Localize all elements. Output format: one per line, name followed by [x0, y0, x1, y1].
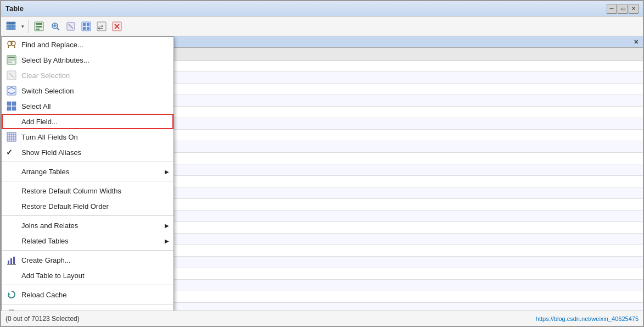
- svg-line-28: [14, 46, 15, 48]
- menu-item-find-replace[interactable]: Find and Replace...: [2, 37, 173, 52]
- switch-selection-menu-icon: [6, 85, 17, 96]
- menu-label-switch-selection: Switch Selection: [21, 87, 74, 95]
- svg-marker-51: [8, 292, 10, 295]
- menu-item-select-by-attributes[interactable]: Select By Attributes...: [2, 52, 173, 68]
- svg-rect-37: [12, 102, 16, 106]
- menu-label-add-table-layout: Add Table to Layout: [21, 271, 85, 280]
- select-all-button[interactable]: [79, 19, 94, 34]
- content-area: Find and Replace... Select By Attributes…: [1, 36, 643, 311]
- dropdown-menu: Find and Replace... Select By Attributes…: [1, 36, 174, 311]
- menu-separator-3: [2, 215, 173, 216]
- minimize-button[interactable]: ─: [607, 4, 617, 14]
- title-bar: Table ─ ▭ ✕: [1, 1, 643, 16]
- table-close-button[interactable]: ×: [632, 37, 641, 46]
- select-by-attributes-icon: [34, 21, 44, 31]
- turn-fields-icon: [6, 131, 17, 142]
- table-options-group: ▾: [3, 19, 26, 34]
- menu-label-select-by-attributes: Select By Attributes...: [21, 56, 89, 64]
- switch-selection-button[interactable]: ⇄: [94, 19, 109, 34]
- svg-rect-47: [8, 261, 9, 264]
- clear-selected-icon: [66, 21, 76, 31]
- svg-rect-39: [12, 107, 16, 110]
- menu-separator-2: [2, 181, 173, 181]
- submenu-arrow-related: ▶: [165, 238, 169, 244]
- svg-line-10: [57, 28, 59, 30]
- print-icon: [6, 308, 17, 311]
- menu-item-related-tables[interactable]: Related Tables ▶: [2, 233, 173, 248]
- menu-item-clear-selection[interactable]: Clear Selection: [2, 68, 173, 83]
- menu-label-joins-relates: Joins and Relates: [21, 221, 78, 230]
- svg-rect-1: [7, 25, 15, 27]
- delete-selected-button[interactable]: [109, 19, 125, 34]
- menu-item-turn-all-fields[interactable]: Turn All Fields On: [2, 129, 173, 145]
- svg-rect-0: [7, 22, 15, 24]
- switch-selection-icon: ⇄: [97, 21, 107, 31]
- check-icon: ✓: [6, 148, 13, 157]
- binoculars-icon: [6, 39, 17, 50]
- menu-separator-1: [2, 162, 173, 162]
- menu-item-select-all[interactable]: Select All: [2, 98, 173, 114]
- main-window: Table ─ ▭ ✕ ▾: [0, 0, 644, 327]
- table-options-button[interactable]: [3, 19, 19, 34]
- menu-item-joins-relates[interactable]: Joins and Relates ▶: [2, 218, 173, 233]
- menu-label-select-all: Select All: [21, 102, 51, 110]
- menu-separator-4: [2, 250, 173, 251]
- menu-item-reload-cache[interactable]: Reload Cache: [2, 287, 173, 302]
- svg-line-27: [8, 46, 9, 48]
- svg-point-26: [11, 41, 15, 46]
- menu-label-restore-col-widths: Restore Default Column Widths: [21, 187, 121, 195]
- menu-label-add-field: Add Field...: [21, 118, 58, 126]
- menu-label-find-replace: Find and Replace...: [21, 41, 83, 49]
- clear-selection-icon: [6, 70, 17, 81]
- zoom-selected-button[interactable]: [48, 19, 63, 34]
- reload-icon: [6, 289, 17, 300]
- close-button[interactable]: ✕: [629, 4, 639, 14]
- menu-item-create-graph[interactable]: Create Graph...: [2, 252, 173, 268]
- zoom-selected-icon: [51, 21, 60, 31]
- menu-item-restore-field-order[interactable]: Restore Default Field Order: [2, 198, 173, 214]
- menu-label-reload-cache: Reload Cache: [21, 291, 66, 299]
- menu-separator-5: [2, 285, 173, 285]
- menu-item-add-field[interactable]: Add Field...: [2, 114, 173, 129]
- watermark-text: https://blog.csdn.net/weixin_40625475: [536, 315, 639, 322]
- svg-rect-30: [8, 57, 15, 58]
- svg-rect-6: [36, 23, 42, 25]
- menu-item-restore-col-widths[interactable]: Restore Default Column Widths: [2, 183, 173, 198]
- svg-rect-48: [10, 258, 12, 264]
- chart-icon: [6, 254, 17, 265]
- svg-rect-32: [8, 62, 12, 63]
- submenu-arrow-arrange: ▶: [165, 169, 169, 175]
- select-all-menu-icon: [6, 101, 17, 112]
- menu-label-turn-all-fields: Turn All Fields On: [21, 133, 78, 141]
- svg-rect-16: [83, 23, 86, 26]
- svg-text:⇄: ⇄: [98, 23, 103, 31]
- menu-label-clear-selection: Clear Selection: [21, 71, 70, 80]
- menu-label-arrange-tables: Arrange Tables: [21, 168, 69, 176]
- status-text: (0 out of 70123 Selected): [5, 315, 80, 323]
- menu-item-arrange-tables[interactable]: Arrange Tables ▶: [2, 164, 173, 179]
- table-options-icon: [6, 21, 16, 31]
- select-attr-icon: [6, 54, 17, 65]
- restore-button[interactable]: ▭: [618, 4, 628, 14]
- submenu-arrow-joins: ▶: [165, 223, 169, 229]
- select-group: ⇄: [48, 19, 125, 34]
- menu-item-add-table-layout[interactable]: Add Table to Layout: [2, 268, 173, 283]
- svg-rect-8: [36, 29, 40, 30]
- menu-item-print[interactable]: Print...: [2, 306, 173, 311]
- svg-rect-19: [87, 27, 89, 30]
- menu-item-switch-selection[interactable]: Switch Selection: [2, 83, 173, 98]
- menu-label-restore-field-order: Restore Default Field Order: [21, 202, 109, 210]
- select-all-icon: [81, 21, 91, 31]
- svg-rect-18: [83, 27, 86, 30]
- clear-selected-button[interactable]: [63, 19, 79, 34]
- menu-label-show-field-aliases: Show Field Aliases: [21, 148, 81, 157]
- svg-rect-36: [7, 102, 11, 106]
- window-controls: ─ ▭ ✕: [607, 4, 639, 14]
- menu-label-print: Print...: [21, 310, 42, 311]
- menu-item-show-field-aliases[interactable]: ✓ Show Field Aliases: [2, 145, 173, 160]
- svg-rect-31: [8, 59, 15, 60]
- table-options-dropdown[interactable]: ▾: [19, 19, 26, 34]
- svg-rect-17: [87, 23, 89, 26]
- status-bar: (0 out of 70123 Selected) https://blog.c…: [1, 311, 643, 326]
- select-by-attributes-button[interactable]: [31, 19, 47, 34]
